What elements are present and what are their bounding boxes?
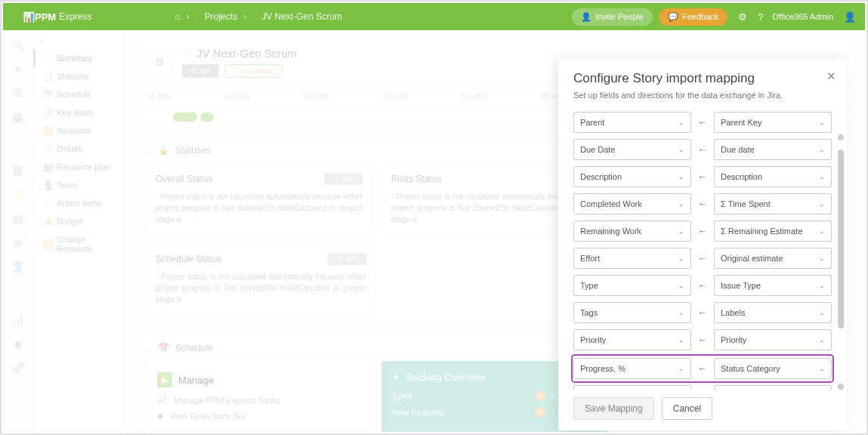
configure-mapping-panel: ✕ Configure Story import mapping Set up … — [558, 59, 847, 430]
chevron-down-icon: ⌄ — [819, 173, 825, 180]
home-icon[interactable]: ⌂ — [175, 11, 181, 22]
chevron-down-icon: ⌄ — [678, 282, 684, 289]
mapping-row: Completed Work⌄←Σ Time Spent⌄ — [573, 193, 832, 214]
breadcrumb-projects[interactable]: Projects — [205, 11, 237, 22]
chevron-down-icon: ⌄ — [678, 309, 684, 316]
mapping-left-select[interactable]: Parent⌄ — [573, 112, 691, 133]
mapping-right-select[interactable]: Labels⌄ — [714, 302, 832, 323]
chevron-down-icon: ⌄ — [819, 365, 825, 372]
arrow-left-icon[interactable]: ← — [697, 335, 708, 345]
mapping-left-select[interactable]: Due Date⌄ — [573, 139, 691, 160]
scroll-thumb[interactable] — [838, 150, 844, 329]
chat-icon: 💬 — [668, 12, 678, 22]
chevron-down-icon: ⌄ — [678, 365, 684, 372]
chevron-down-icon: ⌄ — [819, 146, 825, 153]
invite-people-button[interactable]: 👤Invite People — [572, 8, 653, 26]
chevron-down-icon: ⌄ — [819, 119, 825, 126]
panel-subtitle: Set up fields and directions for the dat… — [573, 91, 832, 100]
cancel-button[interactable]: Cancel — [662, 397, 712, 420]
arrow-left-icon[interactable]: ← — [697, 144, 708, 155]
chevron-down-icon: ⌄ — [678, 200, 684, 208]
help-icon[interactable]: ? — [758, 11, 763, 23]
mapping-row: Progress, %⌄←Status Category⌄ — [573, 356, 832, 381]
chevron-down-icon: ⌄ — [819, 227, 825, 235]
mapping-right-select[interactable]: Issue Type⌄ — [714, 275, 832, 296]
chevron-down-icon: ⌄ — [678, 119, 684, 126]
close-icon[interactable]: ✕ — [826, 69, 836, 83]
panel-scrollbar[interactable] — [835, 134, 844, 390]
gear-icon[interactable]: ⚙ — [738, 11, 747, 23]
avatar-icon[interactable]: 👤 — [844, 11, 856, 23]
chevron-down-icon: ⌄ — [678, 227, 684, 235]
chevron-down-icon: ⌄ — [678, 336, 684, 344]
mapping-right-select[interactable]: Due date⌄ — [714, 139, 832, 160]
mapping-row: Tags⌄←Labels⌄ — [573, 302, 832, 323]
mapping-row: Type⌄←Issue Type⌄ — [573, 275, 832, 296]
arrow-left-icon[interactable]: ← — [697, 226, 708, 236]
arrow-left-icon[interactable]: ← — [697, 307, 708, 318]
panel-title: Configure Story import mapping — [573, 71, 832, 86]
mapping-right-select[interactable]: Σ Remaining Estimate⌄ — [714, 221, 832, 242]
scroll-up-icon[interactable] — [838, 134, 844, 140]
app-logo-icon: 📊 — [23, 11, 35, 23]
mapping-row: Description⌄←Description⌄ — [573, 166, 832, 187]
arrow-left-icon[interactable]: ← — [697, 363, 708, 374]
mapping-row: Parent⌄←Parent Key⌄ — [573, 112, 832, 133]
mapping-row: Effort⌄←Original estimate⌄ — [573, 248, 832, 269]
chevron-down-icon: ⌄ — [819, 200, 825, 208]
mapping-right-select[interactable]: Status Category⌄ — [714, 358, 832, 379]
mapping-left-select[interactable]: Effort⌄ — [573, 248, 691, 269]
mapping-left-select[interactable]: Progress, %⌄ — [573, 358, 691, 379]
mapping-left-select[interactable]: Type⌄ — [573, 275, 691, 296]
arrow-left-icon[interactable]: ← — [697, 117, 708, 128]
breadcrumb-current[interactable]: JV Next-Gen Scrum — [261, 11, 342, 22]
chevron-down-icon: ⌄ — [678, 173, 684, 180]
mapping-left-select[interactable]: Completed Work⌄ — [573, 193, 691, 214]
arrow-left-icon[interactable]: ← — [697, 199, 708, 209]
mapping-left-select[interactable]: Priority⌄ — [573, 329, 691, 350]
app-name: PPM — [35, 11, 56, 23]
chevron-down-icon: ⌄ — [678, 255, 684, 262]
chevron-down-icon: ⌄ — [678, 146, 684, 153]
arrow-left-icon[interactable]: ← — [697, 280, 708, 291]
chevron-down-icon: ⌄ — [819, 282, 825, 289]
user-label[interactable]: Office365 Admin — [772, 12, 833, 21]
scroll-down-icon[interactable] — [838, 384, 844, 390]
top-bar: 📊 PPM Express ⌂ › Projects › JV Next-Gen… — [3, 3, 865, 30]
mapping-right-select[interactable]: Description⌄ — [714, 166, 832, 187]
chevron-down-icon: ⌄ — [819, 255, 825, 262]
save-mapping-button[interactable]: Save Mapping — [573, 397, 654, 420]
arrow-left-icon[interactable]: ← — [697, 171, 708, 182]
mapping-right-select[interactable]: Σ Time Spent⌄ — [714, 193, 832, 214]
mapping-left-select[interactable]: Remaining Work⌄ — [573, 221, 691, 242]
mapping-row: Priority⌄←Priority⌄ — [573, 329, 832, 350]
app-suffix: Express — [59, 11, 91, 22]
arrow-left-icon[interactable]: ← — [697, 253, 708, 264]
mapping-row: Due Date⌄←Due date⌄ — [573, 139, 832, 160]
mapping-row: Remaining Work⌄←Σ Remaining Estimate⌄ — [573, 221, 832, 242]
person-add-icon: 👤 — [581, 12, 592, 22]
mapping-right-select[interactable]: Parent Key⌄ — [714, 112, 832, 133]
chevron-down-icon: ⌄ — [819, 336, 825, 344]
feedback-button[interactable]: 💬Feedback — [659, 8, 727, 26]
mapping-left-select[interactable]: Tags⌄ — [573, 302, 691, 323]
mapping-left-select[interactable]: Description⌄ — [573, 166, 691, 187]
mapping-right-select[interactable]: Priority⌄ — [714, 329, 832, 350]
chevron-down-icon: ⌄ — [819, 309, 825, 316]
mapping-right-select[interactable]: Original estimate⌄ — [714, 248, 832, 269]
